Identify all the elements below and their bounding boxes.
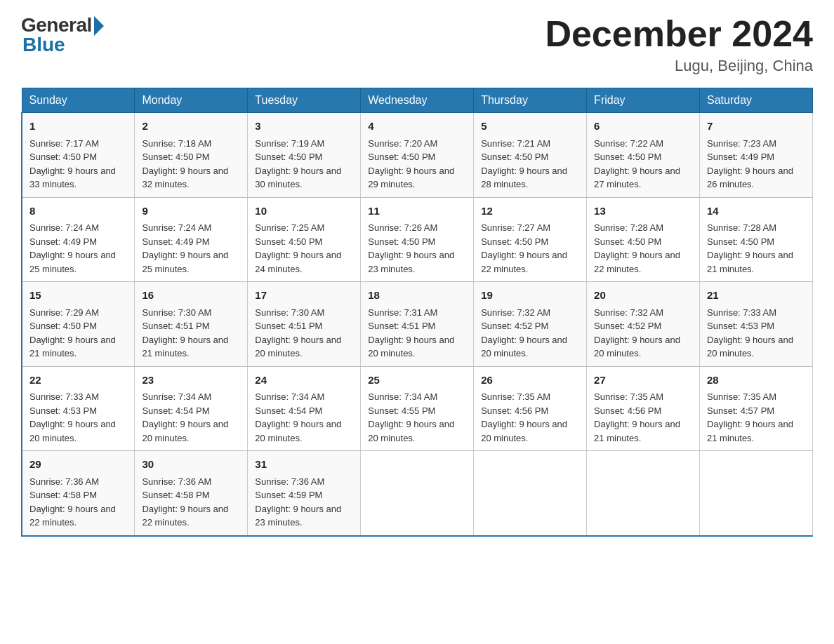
day-number: 12 (481, 203, 579, 220)
day-info: Sunrise: 7:36 AMSunset: 4:58 PMDaylight:… (29, 476, 116, 528)
calendar-cell: 1 Sunrise: 7:17 AMSunset: 4:50 PMDayligh… (22, 113, 135, 198)
day-info: Sunrise: 7:34 AMSunset: 4:54 PMDaylight:… (255, 391, 341, 443)
header-thursday: Thursday (474, 88, 587, 113)
day-number: 24 (255, 373, 353, 389)
day-info: Sunrise: 7:32 AMSunset: 4:52 PMDaylight:… (481, 307, 567, 359)
header-monday: Monday (135, 88, 248, 113)
day-info: Sunrise: 7:35 AMSunset: 4:57 PMDaylight:… (707, 391, 793, 443)
calendar-cell: 6 Sunrise: 7:22 AMSunset: 4:50 PMDayligh… (587, 113, 700, 198)
day-info: Sunrise: 7:19 AMSunset: 4:50 PMDaylight:… (255, 138, 341, 190)
day-info: Sunrise: 7:20 AMSunset: 4:50 PMDaylight:… (368, 138, 454, 190)
calendar-cell: 18 Sunrise: 7:31 AMSunset: 4:51 PMDaylig… (361, 282, 474, 367)
day-number: 15 (29, 288, 127, 304)
day-info: Sunrise: 7:28 AMSunset: 4:50 PMDaylight:… (594, 222, 680, 274)
day-info: Sunrise: 7:26 AMSunset: 4:50 PMDaylight:… (368, 222, 454, 274)
day-info: Sunrise: 7:29 AMSunset: 4:50 PMDaylight:… (29, 307, 116, 359)
day-info: Sunrise: 7:33 AMSunset: 4:53 PMDaylight:… (29, 391, 116, 443)
day-info: Sunrise: 7:33 AMSunset: 4:53 PMDaylight:… (707, 307, 793, 359)
calendar-cell: 19 Sunrise: 7:32 AMSunset: 4:52 PMDaylig… (474, 282, 587, 367)
calendar-cell (700, 451, 813, 536)
day-info: Sunrise: 7:30 AMSunset: 4:51 PMDaylight:… (255, 307, 341, 359)
day-number: 11 (368, 203, 466, 220)
calendar-cell: 31 Sunrise: 7:36 AMSunset: 4:59 PMDaylig… (248, 451, 361, 536)
day-info: Sunrise: 7:34 AMSunset: 4:55 PMDaylight:… (368, 391, 454, 443)
calendar-cell: 16 Sunrise: 7:30 AMSunset: 4:51 PMDaylig… (135, 282, 248, 367)
day-number: 26 (481, 373, 579, 389)
title-area: December 2024 Lugu, Beijing, China (545, 14, 813, 75)
calendar-cell: 9 Sunrise: 7:24 AMSunset: 4:49 PMDayligh… (135, 197, 248, 282)
logo-arrow-icon (94, 16, 104, 36)
calendar-cell: 24 Sunrise: 7:34 AMSunset: 4:54 PMDaylig… (248, 366, 361, 451)
day-number: 16 (142, 288, 240, 304)
day-info: Sunrise: 7:27 AMSunset: 4:50 PMDaylight:… (481, 222, 567, 274)
day-number: 3 (255, 119, 353, 135)
calendar-cell: 28 Sunrise: 7:35 AMSunset: 4:57 PMDaylig… (700, 366, 813, 451)
day-number: 25 (368, 373, 466, 389)
day-info: Sunrise: 7:32 AMSunset: 4:52 PMDaylight:… (594, 307, 680, 359)
day-number: 7 (707, 119, 805, 135)
day-number: 9 (142, 203, 240, 220)
calendar-cell: 22 Sunrise: 7:33 AMSunset: 4:53 PMDaylig… (22, 366, 135, 451)
calendar-cell: 14 Sunrise: 7:28 AMSunset: 4:50 PMDaylig… (700, 197, 813, 282)
day-info: Sunrise: 7:31 AMSunset: 4:51 PMDaylight:… (368, 307, 454, 359)
header-wednesday: Wednesday (361, 88, 474, 113)
month-title: December 2024 (545, 14, 813, 54)
calendar-cell: 2 Sunrise: 7:18 AMSunset: 4:50 PMDayligh… (135, 113, 248, 198)
week-row-5: 29 Sunrise: 7:36 AMSunset: 4:58 PMDaylig… (22, 451, 813, 536)
week-row-4: 22 Sunrise: 7:33 AMSunset: 4:53 PMDaylig… (22, 366, 813, 451)
day-info: Sunrise: 7:28 AMSunset: 4:50 PMDaylight:… (707, 222, 793, 274)
day-number: 21 (707, 288, 805, 304)
day-number: 13 (594, 203, 692, 220)
day-number: 23 (142, 373, 240, 389)
day-info: Sunrise: 7:17 AMSunset: 4:50 PMDaylight:… (29, 138, 116, 190)
day-number: 4 (368, 119, 466, 135)
calendar-cell: 10 Sunrise: 7:25 AMSunset: 4:50 PMDaylig… (248, 197, 361, 282)
calendar-cell: 3 Sunrise: 7:19 AMSunset: 4:50 PMDayligh… (248, 113, 361, 198)
day-number: 5 (481, 119, 579, 135)
day-number: 1 (29, 119, 127, 135)
day-number: 28 (707, 373, 805, 389)
header-sunday: Sunday (22, 88, 135, 113)
calendar-cell (474, 451, 587, 536)
calendar-cell: 8 Sunrise: 7:24 AMSunset: 4:49 PMDayligh… (22, 197, 135, 282)
calendar-cell: 27 Sunrise: 7:35 AMSunset: 4:56 PMDaylig… (587, 366, 700, 451)
header-tuesday: Tuesday (248, 88, 361, 113)
day-number: 18 (368, 288, 466, 304)
day-number: 17 (255, 288, 353, 304)
day-info: Sunrise: 7:30 AMSunset: 4:51 PMDaylight:… (142, 307, 228, 359)
day-info: Sunrise: 7:22 AMSunset: 4:50 PMDaylight:… (594, 138, 680, 190)
day-number: 22 (29, 373, 127, 389)
day-info: Sunrise: 7:25 AMSunset: 4:50 PMDaylight:… (255, 222, 341, 274)
calendar-cell: 15 Sunrise: 7:29 AMSunset: 4:50 PMDaylig… (22, 282, 135, 367)
day-number: 14 (707, 203, 805, 220)
day-info: Sunrise: 7:21 AMSunset: 4:50 PMDaylight:… (481, 138, 567, 190)
day-info: Sunrise: 7:24 AMSunset: 4:49 PMDaylight:… (142, 222, 228, 274)
calendar-cell: 5 Sunrise: 7:21 AMSunset: 4:50 PMDayligh… (474, 113, 587, 198)
calendar-cell (361, 451, 474, 536)
day-info: Sunrise: 7:35 AMSunset: 4:56 PMDaylight:… (481, 391, 567, 443)
logo: General Blue (21, 14, 104, 56)
calendar-cell: 23 Sunrise: 7:34 AMSunset: 4:54 PMDaylig… (135, 366, 248, 451)
calendar-cell: 17 Sunrise: 7:30 AMSunset: 4:51 PMDaylig… (248, 282, 361, 367)
day-number: 30 (142, 457, 240, 473)
calendar-cell (587, 451, 700, 536)
page-header: General Blue December 2024 Lugu, Beijing… (21, 14, 813, 75)
week-row-1: 1 Sunrise: 7:17 AMSunset: 4:50 PMDayligh… (22, 113, 813, 198)
calendar-cell: 13 Sunrise: 7:28 AMSunset: 4:50 PMDaylig… (587, 197, 700, 282)
day-info: Sunrise: 7:36 AMSunset: 4:58 PMDaylight:… (142, 476, 228, 528)
day-number: 27 (594, 373, 692, 389)
week-row-3: 15 Sunrise: 7:29 AMSunset: 4:50 PMDaylig… (22, 282, 813, 367)
calendar-cell: 11 Sunrise: 7:26 AMSunset: 4:50 PMDaylig… (361, 197, 474, 282)
calendar-cell: 4 Sunrise: 7:20 AMSunset: 4:50 PMDayligh… (361, 113, 474, 198)
week-row-2: 8 Sunrise: 7:24 AMSunset: 4:49 PMDayligh… (22, 197, 813, 282)
day-number: 29 (29, 457, 127, 473)
calendar-cell: 7 Sunrise: 7:23 AMSunset: 4:49 PMDayligh… (700, 113, 813, 198)
calendar-cell: 20 Sunrise: 7:32 AMSunset: 4:52 PMDaylig… (587, 282, 700, 367)
calendar-table: SundayMondayTuesdayWednesdayThursdayFrid… (21, 88, 813, 537)
calendar-cell: 29 Sunrise: 7:36 AMSunset: 4:58 PMDaylig… (22, 451, 135, 536)
day-number: 20 (594, 288, 692, 304)
calendar-header-row: SundayMondayTuesdayWednesdayThursdayFrid… (22, 88, 813, 113)
day-number: 31 (255, 457, 353, 473)
calendar-cell: 30 Sunrise: 7:36 AMSunset: 4:58 PMDaylig… (135, 451, 248, 536)
day-number: 10 (255, 203, 353, 220)
